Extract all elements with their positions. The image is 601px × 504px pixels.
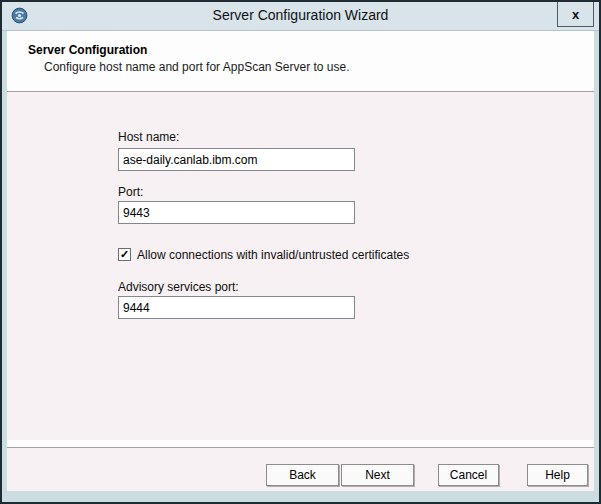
certificates-checkbox-label[interactable]: Allow connections with invalid/untrusted… — [137, 248, 409, 262]
host-name-label: Host name: — [118, 130, 179, 144]
close-icon: x — [572, 7, 579, 22]
advisory-port-label: Advisory services port: — [118, 280, 239, 294]
dialog-body: Server Configuration Configure host name… — [7, 31, 594, 491]
checkmark-icon: ✓ — [120, 249, 129, 260]
titlebar[interactable]: Server Configuration Wizard x — [2, 2, 599, 31]
button-bar: Back Next Cancel Help — [7, 448, 594, 491]
next-button[interactable]: Next — [341, 464, 414, 486]
close-button[interactable]: x — [557, 2, 594, 27]
back-button[interactable]: Back — [266, 464, 339, 486]
help-button[interactable]: Help — [527, 464, 588, 486]
certificates-checkbox[interactable]: ✓ — [118, 248, 131, 261]
port-label: Port: — [118, 185, 143, 199]
advisory-port-input[interactable] — [118, 296, 355, 319]
page-description: Configure host name and port for AppScan… — [44, 60, 350, 74]
server-configuration-wizard-window: Server Configuration Wizard x Server Con… — [0, 0, 601, 504]
wizard-header: Server Configuration Configure host name… — [7, 31, 594, 91]
host-name-input[interactable] — [118, 148, 355, 171]
cancel-button[interactable]: Cancel — [438, 464, 499, 486]
page-title: Server Configuration — [28, 43, 147, 57]
window-title: Server Configuration Wizard — [2, 7, 599, 23]
form-panel: Host name: Port: ✓ Allow connections wit… — [7, 92, 594, 440]
port-input[interactable] — [118, 201, 355, 224]
